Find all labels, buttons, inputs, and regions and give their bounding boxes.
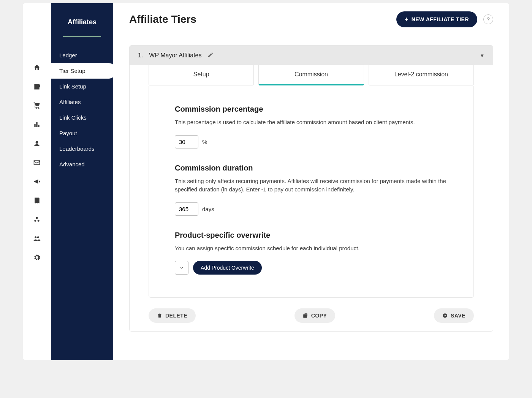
sidebar-item-link-setup[interactable]: Link Setup (51, 79, 113, 94)
main-content: Affiliate Tiers + NEW AFFILIATE TIER ? 1… (113, 3, 509, 360)
delete-button[interactable]: DELETE (149, 308, 196, 323)
mail-icon[interactable] (33, 159, 41, 166)
page-header: Affiliate Tiers + NEW AFFILIATE TIER ? (129, 11, 493, 36)
sidebar-item-ledger[interactable]: Ledger (51, 47, 113, 63)
section-product-overwrite: Product-specific overwrite You can assig… (175, 231, 448, 275)
tier-header[interactable]: 1. WP Mayor Affiliates ▼ (130, 46, 493, 65)
sidebar-item-payout[interactable]: Payout (51, 125, 113, 141)
percent-unit: % (202, 139, 207, 145)
commission-percentage-row: % (175, 135, 448, 148)
add-product-overwrite-button[interactable]: Add Product Overwrite (193, 261, 262, 275)
book-icon[interactable] (33, 197, 41, 204)
commission-duration-input[interactable] (175, 202, 198, 216)
user-icon[interactable] (33, 140, 41, 147)
new-affiliate-tier-button[interactable]: + NEW AFFILIATE TIER (396, 11, 477, 27)
product-dropdown[interactable] (175, 261, 188, 275)
product-overwrite-desc: You can assign specific commission sched… (175, 244, 448, 253)
people-icon[interactable] (33, 235, 41, 242)
sidebar-item-leaderboards[interactable]: Leaderboards (51, 141, 113, 156)
page-title: Affiliate Tiers (129, 13, 196, 25)
header-actions: + NEW AFFILIATE TIER ? (396, 11, 493, 27)
save-button[interactable]: SAVE (434, 308, 474, 323)
icon-rail (23, 3, 51, 360)
commission-duration-title: Commission duration (175, 164, 448, 172)
commission-percentage-title: Commission percentage (175, 105, 448, 114)
chart-icon[interactable] (33, 121, 41, 128)
delete-label: DELETE (165, 313, 187, 319)
commission-duration-desc: This setting only affects recurring paym… (175, 177, 448, 194)
home-icon[interactable] (33, 64, 41, 71)
megaphone-icon[interactable] (33, 178, 41, 185)
commission-percentage-desc: This percentage is used to calculate the… (175, 118, 448, 127)
new-tier-label: NEW AFFILIATE TIER (412, 16, 469, 22)
tier-index: 1. (138, 52, 143, 59)
footer-actions: DELETE COPY SAVE (130, 298, 493, 331)
tier-panel: 1. WP Mayor Affiliates ▼ Setup Commissio… (129, 45, 493, 332)
commission-duration-row: days (175, 202, 448, 216)
days-unit: days (202, 206, 214, 212)
tier-body: Setup Commission Level-2 commission Comm… (130, 65, 493, 331)
tab-commission[interactable]: Commission (258, 65, 364, 85)
plus-icon: + (405, 16, 408, 23)
tier-header-left: 1. WP Mayor Affiliates (138, 52, 214, 59)
tab-content: Commission percentage This percentage is… (149, 86, 474, 298)
svg-point-0 (36, 217, 38, 219)
sidebar-title: Affiliates (51, 18, 113, 36)
section-commission-duration: Commission duration This setting only af… (175, 164, 448, 216)
save-label: SAVE (451, 313, 466, 319)
check-circle-icon (442, 313, 448, 318)
sidebar-item-affiliates[interactable]: Affiliates (51, 94, 113, 110)
pencil-icon[interactable] (207, 52, 214, 59)
sidebar-divider (63, 36, 101, 37)
product-overwrite-row: Add Product Overwrite (175, 261, 448, 275)
gear-icon[interactable] (33, 254, 41, 261)
help-button[interactable]: ? (483, 14, 493, 24)
svg-point-1 (34, 220, 36, 222)
sidebar-item-tier-setup[interactable]: Tier Setup (51, 63, 116, 79)
store-icon[interactable] (33, 83, 41, 90)
section-commission-percentage: Commission percentage This percentage is… (175, 105, 448, 148)
commission-percentage-input[interactable] (175, 135, 198, 148)
sidebar-item-link-clicks[interactable]: Link Clicks (51, 110, 113, 125)
tier-name: WP Mayor Affiliates (149, 52, 201, 59)
modules-icon[interactable] (33, 216, 41, 223)
copy-label: COPY (311, 313, 327, 319)
chevron-down-icon[interactable]: ▼ (480, 53, 484, 58)
product-overwrite-title: Product-specific overwrite (175, 231, 448, 240)
tabs: Setup Commission Level-2 commission (130, 65, 493, 86)
tab-setup[interactable]: Setup (149, 65, 254, 85)
svg-point-2 (38, 220, 40, 222)
copy-icon (303, 313, 308, 318)
sidebar: Affiliates Ledger Tier Setup Link Setup … (51, 3, 113, 360)
sidebar-item-advanced[interactable]: Advanced (51, 156, 113, 172)
trash-icon (157, 313, 162, 318)
copy-button[interactable]: COPY (294, 308, 336, 323)
tab-level2[interactable]: Level-2 commission (369, 65, 474, 85)
cart-icon[interactable] (33, 102, 41, 109)
